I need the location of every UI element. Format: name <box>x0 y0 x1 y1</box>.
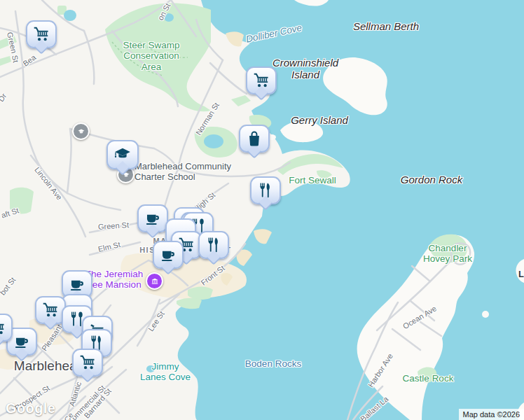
coffee-cup-icon <box>144 209 162 227</box>
shopping-cart-icon <box>0 318 6 337</box>
map-canvas[interactable]: Sellman Berth Dolliber Cove Crowninshiel… <box>0 0 524 420</box>
poi-pin-shopping[interactable] <box>246 66 277 94</box>
shopping-cart-icon <box>252 71 270 90</box>
poi-pin-store[interactable] <box>239 125 270 153</box>
poi-dot-school[interactable] <box>72 122 90 140</box>
graduation-cap-icon <box>76 127 86 136</box>
poi-dot-jeremiah-lee-mansion[interactable] <box>146 272 163 290</box>
shopping-bag-icon <box>245 130 263 148</box>
poi-pin-restaurant[interactable] <box>250 176 281 204</box>
poi-pin-restaurant[interactable] <box>198 231 229 259</box>
poi-pin-shopping[interactable] <box>72 349 103 377</box>
small-island <box>482 311 489 318</box>
shopping-cart-icon <box>32 25 50 43</box>
coffee-cup-icon <box>13 332 31 351</box>
fork-knife-icon <box>205 236 223 254</box>
poi-pin-shopping[interactable] <box>26 20 57 48</box>
shopping-cart-icon <box>78 354 97 372</box>
poi-pin-school[interactable] <box>106 140 139 169</box>
coffee-cup-icon <box>159 246 177 264</box>
google-logo[interactable]: Google <box>6 400 55 416</box>
poi-pin-cafe[interactable] <box>137 204 168 232</box>
graduation-cap-icon <box>113 146 132 164</box>
poi-pin-shopping[interactable] <box>0 314 13 342</box>
coffee-cup-icon <box>68 275 86 293</box>
fork-knife-icon <box>256 181 275 200</box>
map-attribution: Map data ©2026 <box>459 409 524 420</box>
museum-icon <box>150 276 160 286</box>
shopping-cart-icon <box>41 301 60 319</box>
poi-pin-cafe[interactable] <box>153 241 184 269</box>
